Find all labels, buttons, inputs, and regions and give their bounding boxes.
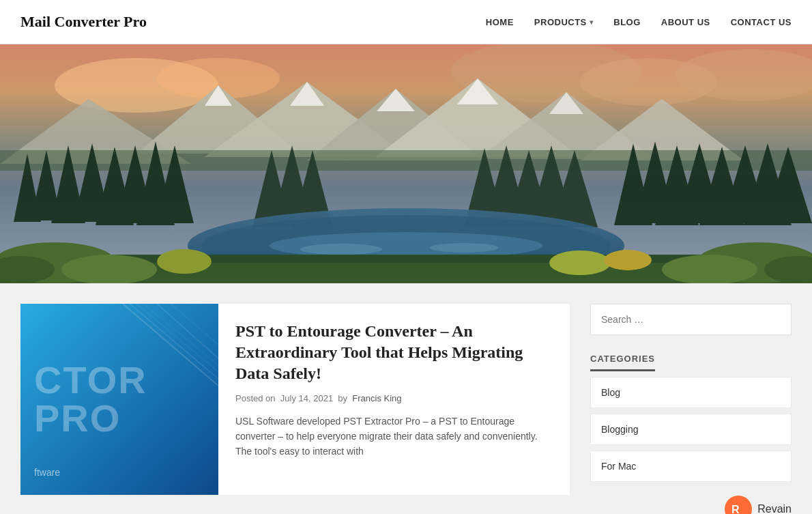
site-logo[interactable]: Mail Converter Pro xyxy=(20,13,147,31)
categories-section: CATEGORIES Blog Blogging For Mac xyxy=(590,352,792,482)
nav-home[interactable]: HOME xyxy=(486,17,514,27)
article-title: PST to Entourage Converter – An Extraord… xyxy=(235,321,553,385)
svg-point-51 xyxy=(61,255,157,283)
svg-rect-18 xyxy=(0,150,812,171)
svg-point-47 xyxy=(430,243,498,253)
article-thumbnail: CTOR PRO ftware xyxy=(20,304,218,495)
article-meta: Posted on July 14, 2021 by Francis King xyxy=(235,393,553,403)
search-box xyxy=(590,304,792,335)
site-header: Mail Converter Pro HOME PRODUCTS ▾ BLOG … xyxy=(0,0,812,44)
nav-about[interactable]: ABOUT US xyxy=(661,17,710,27)
article-author[interactable]: Francis King xyxy=(352,393,401,403)
article-card: CTOR PRO ftware PST to Entourage Convert… xyxy=(20,304,570,495)
main-nav: HOME PRODUCTS ▾ BLOG ABOUT US CONTACT US xyxy=(486,16,792,28)
main-content: CTOR PRO ftware PST to Entourage Convert… xyxy=(0,283,812,514)
articles-section: CTOR PRO ftware PST to Entourage Convert… xyxy=(20,304,570,514)
thumbnail-subtitle: ftware xyxy=(34,467,60,478)
category-blog[interactable]: Blog xyxy=(590,377,792,408)
categories-heading: CATEGORIES xyxy=(590,354,655,371)
revain-badge: R Revain xyxy=(590,496,792,514)
article-excerpt: USL Software developed PST Extractor Pro… xyxy=(235,414,553,459)
hero-banner xyxy=(0,44,812,283)
nav-products[interactable]: PRODUCTS ▾ xyxy=(534,17,593,27)
revain-icon: R xyxy=(725,496,752,514)
svg-point-54 xyxy=(662,255,757,283)
article-body: PST to Entourage Converter – An Extraord… xyxy=(218,304,570,495)
search-input[interactable] xyxy=(591,304,791,334)
svg-point-57 xyxy=(549,251,611,275)
svg-point-46 xyxy=(300,244,382,255)
category-for-mac[interactable]: For Mac xyxy=(590,451,792,482)
category-blogging[interactable]: Blogging xyxy=(590,414,792,445)
svg-point-58 xyxy=(604,250,652,270)
nav-blog[interactable]: BLOG xyxy=(613,17,641,27)
svg-text:R: R xyxy=(731,504,740,514)
svg-point-56 xyxy=(157,249,212,274)
sidebar: CATEGORIES Blog Blogging For Mac R Revai… xyxy=(590,304,792,514)
chevron-down-icon: ▾ xyxy=(590,18,594,26)
revain-label: Revain xyxy=(757,503,792,514)
nav-contact[interactable]: CONTACT US xyxy=(731,17,792,27)
